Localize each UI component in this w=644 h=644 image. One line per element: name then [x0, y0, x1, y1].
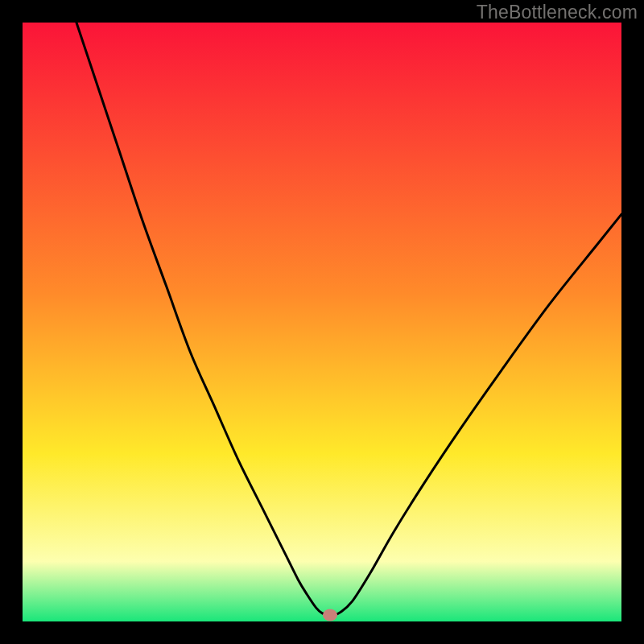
bottleneck-curve — [23, 23, 621, 621]
optimal-point-marker — [323, 609, 337, 621]
plot-area — [23, 23, 621, 621]
chart-frame: TheBottleneck.com — [0, 0, 644, 644]
watermark-text: TheBottleneck.com — [477, 2, 638, 23]
